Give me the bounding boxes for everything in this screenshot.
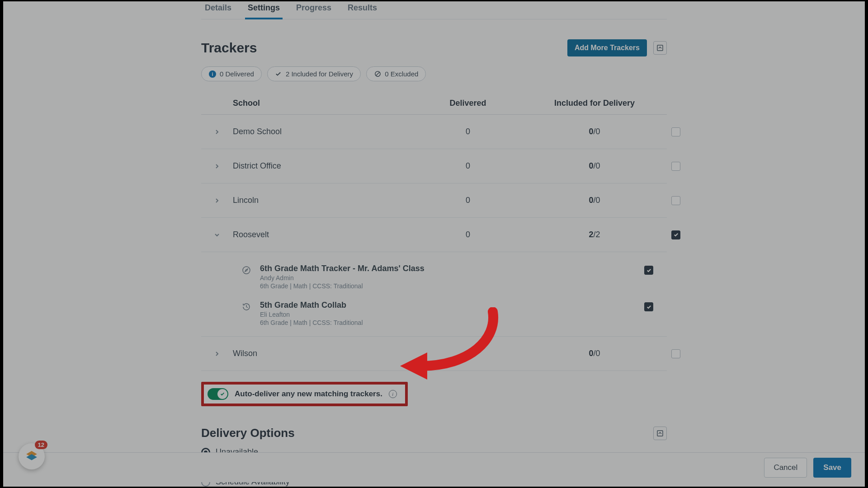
school-name: Wilson [233,349,409,358]
included-value: 0/0 [527,161,662,171]
tab-details[interactable]: Details [204,3,232,19]
compass-icon [233,264,260,290]
table-row: Wilson 0 0/0 [201,337,667,371]
col-school: School [233,99,409,108]
included-value: 2/2 [527,230,662,239]
tracker-checkbox[interactable] [644,266,653,275]
expand-icon[interactable] [201,164,233,169]
tracker-checkbox[interactable] [644,302,653,311]
svg-point-2 [243,267,250,274]
save-button[interactable]: Save [813,458,851,478]
table-row: Roosevelt 0 2/2 [201,218,667,252]
delivered-value: 0 [409,127,527,136]
svg-rect-3 [657,431,663,436]
tab-settings[interactable]: Settings [247,3,281,19]
table-row: Lincoln 0 0/0 [201,183,667,218]
svg-marker-5 [26,454,37,460]
collapse-icon[interactable] [201,232,233,238]
collapse-section-icon[interactable] [653,427,667,440]
table-row: Demo School 0 0/0 [201,115,667,149]
row-checkbox[interactable] [671,349,680,358]
school-name: Lincoln [233,196,409,205]
fab-badge: 12 [35,441,47,449]
auto-deliver-toggle[interactable] [208,388,228,400]
collapse-section-icon[interactable] [653,41,667,55]
delivered-value: 0 [409,196,527,205]
tracker-subrows: 6th Grade Math Tracker - Mr. Adams' Clas… [201,252,667,337]
row-checkbox[interactable] [671,196,680,205]
tab-results[interactable]: Results [347,3,378,19]
tracker-author: Eli Leafton [260,311,527,318]
tracker-title: 5th Grade Math Collab [260,300,527,310]
cancel-button[interactable]: Cancel [764,458,807,478]
toggle-knob [217,389,227,399]
chip-delivered-label: 0 Delivered [220,70,254,78]
chip-excluded-label: 0 Excluded [385,70,418,78]
row-checkbox[interactable] [671,127,680,136]
delivered-value: 0 [409,349,527,358]
tracker-meta: 6th Grade | Math | CCSS: Traditional [260,319,527,326]
history-icon [233,300,260,326]
check-icon [275,70,282,78]
tracker-subrow: 6th Grade Math Tracker - Mr. Adams' Clas… [201,258,667,295]
layers-icon [24,449,39,464]
help-fab[interactable]: 12 [19,443,45,469]
delivered-value: 0 [409,161,527,171]
expand-icon[interactable] [201,351,233,357]
blocked-icon [374,70,381,78]
footer-bar: Cancel Save [3,452,865,482]
school-name: District Office [233,161,409,171]
table-row: District Office 0 0/0 [201,149,667,183]
tabs-bar: Details Settings Progress Results [201,1,667,19]
school-name: Demo School [233,127,409,136]
row-checkbox[interactable] [671,230,680,239]
expand-icon[interactable] [201,198,233,203]
add-more-trackers-button[interactable]: Add More Trackers [567,39,647,56]
tracker-title: 6th Grade Math Tracker - Mr. Adams' Clas… [260,264,527,273]
delivered-value: 0 [409,230,527,239]
expand-icon[interactable] [201,129,233,135]
row-checkbox[interactable] [671,162,680,171]
included-value: 0/0 [527,127,662,136]
col-delivered: Delivered [409,99,527,108]
info-icon: i [209,70,216,78]
auto-deliver-label: Auto-deliver any new matching trackers. [235,389,382,399]
chip-included[interactable]: 2 Included for Delivery [267,66,361,81]
auto-deliver-callout: Auto-deliver any new matching trackers. … [201,382,408,406]
chip-delivered[interactable]: i 0 Delivered [201,66,262,81]
tab-progress[interactable]: Progress [295,3,332,19]
trackers-table: School Delivered Included for Delivery D… [201,92,667,371]
delivery-options-title: Delivery Options [201,426,295,440]
tracker-meta: 6th Grade | Math | CCSS: Traditional [260,282,527,290]
tracker-subrow: 5th Grade Math Collab Eli Leafton 6th Gr… [201,295,667,332]
included-value: 0/0 [527,196,662,205]
included-value: 0/0 [527,349,662,358]
chip-included-label: 2 Included for Delivery [286,70,353,78]
tracker-author: Andy Admin [260,274,527,282]
filter-chips: i 0 Delivered 2 Included for Delivery 0 … [201,66,667,81]
school-name: Roosevelt [233,230,409,239]
col-included: Included for Delivery [527,99,662,108]
trackers-title: Trackers [201,40,257,56]
chip-excluded[interactable]: 0 Excluded [366,66,426,81]
svg-rect-0 [657,45,663,51]
info-icon[interactable]: i [389,390,397,398]
